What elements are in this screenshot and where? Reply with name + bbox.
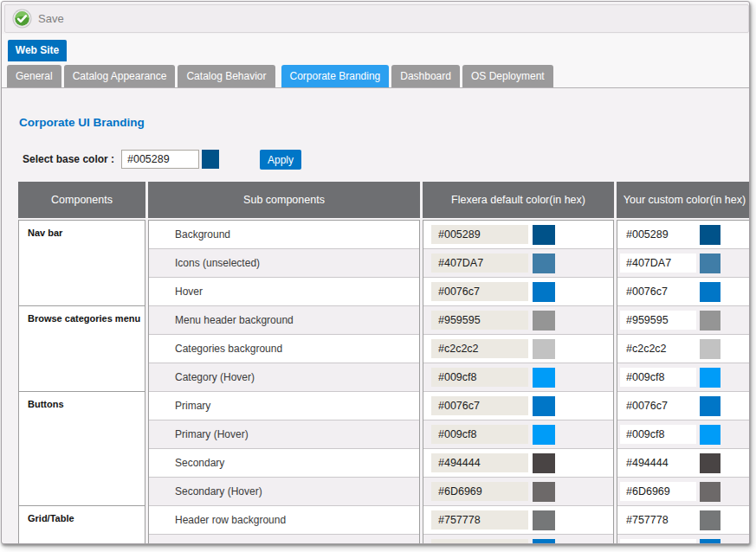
component-name: Browse categories menu (19, 306, 145, 324)
custom-color-swatch[interactable] (700, 396, 720, 416)
sub-components-column: Sub componentsBackgroundIcons (unselecte… (148, 182, 420, 544)
custom-hex-input[interactable] (620, 396, 696, 415)
custom-color-row (617, 278, 750, 306)
tab-os-deployment[interactable]: OS Deployment (462, 65, 553, 87)
base-color-label: Select base color : (23, 153, 114, 165)
save-check-icon (12, 9, 32, 29)
default-color-swatch (533, 368, 555, 388)
default-color-row (423, 535, 613, 544)
component-group-cell: Nav bar (19, 221, 145, 306)
default-color-row (423, 478, 613, 506)
default-color-swatch (533, 396, 555, 416)
component-group-cell: Buttons (19, 392, 145, 506)
default-hex-input (431, 453, 528, 472)
default-color-swatch (533, 282, 555, 302)
tab-catalog-appearance[interactable]: Catalog Appearance (64, 65, 176, 87)
base-color-row: Select base color : Apply (23, 149, 114, 170)
default-color-swatch (533, 425, 555, 445)
tab-strip: GeneralCatalog AppearanceCatalog Behavio… (7, 65, 553, 87)
custom-hex-input[interactable] (620, 282, 696, 301)
default-color-row (423, 392, 613, 420)
tab-web-site[interactable]: Web Site (8, 40, 67, 61)
custom-hex-input[interactable] (620, 482, 696, 501)
custom-color-swatch[interactable] (700, 368, 720, 388)
default-color-row (423, 335, 613, 363)
default-hex-input (431, 254, 528, 273)
component-name: Buttons (19, 392, 145, 409)
sub-component-label: Icons (unselected) (149, 257, 260, 269)
custom-color-swatch[interactable] (700, 539, 720, 545)
save-button-label: Save (38, 12, 64, 25)
custom-color-swatch[interactable] (700, 225, 720, 245)
custom-color-swatch[interactable] (700, 425, 720, 445)
page-title: Corporate UI Branding (19, 116, 145, 129)
custom-color-row (617, 363, 750, 392)
custom-hex-input[interactable] (620, 425, 696, 444)
branding-table: ComponentsNav barBrowse categories menuB… (18, 182, 750, 544)
default-hex-input (431, 225, 528, 244)
default-color-swatch (533, 539, 555, 545)
custom-color-swatch[interactable] (700, 453, 720, 473)
custom-hex-input[interactable] (620, 539, 696, 544)
apply-button[interactable]: Apply (260, 150, 301, 170)
custom-color-row (617, 335, 750, 363)
default-color-row (423, 506, 613, 535)
tab-dashboard[interactable]: Dashboard (391, 65, 460, 87)
custom-color-swatch[interactable] (700, 482, 720, 502)
tab-general[interactable]: General (7, 65, 61, 87)
tab-catalog-behavior[interactable]: Catalog Behavior (178, 65, 275, 87)
custom-hex-input[interactable] (620, 311, 696, 330)
components-column: ComponentsNav barBrowse categories menuB… (18, 182, 145, 544)
custom-hex-input[interactable] (620, 225, 696, 244)
sub-component-row: Categories background (149, 335, 419, 363)
custom-color-row (617, 392, 750, 420)
tab-strip-divider (2, 87, 749, 88)
custom-color-row (617, 506, 750, 535)
custom-hex-input[interactable] (620, 339, 696, 358)
sub-component-row: Secondary (Hover) (149, 478, 419, 506)
column-header: Flexera default color(in hex) (423, 182, 614, 218)
default-color-row (423, 249, 613, 278)
custom-color-swatch[interactable] (700, 254, 720, 273)
base-color-swatch[interactable] (202, 150, 219, 169)
custom-color-swatch[interactable] (700, 311, 720, 331)
custom-hex-input[interactable] (620, 453, 696, 472)
custom-color-row (617, 249, 750, 278)
default-color-row (423, 420, 613, 449)
column-header: Your custom color(in hex) (617, 182, 750, 218)
sub-component-row: Header row background (149, 506, 419, 535)
sub-component-row: Category (Hover) (149, 363, 419, 392)
default-hex-input (431, 339, 528, 358)
custom-color-row (617, 221, 750, 249)
default-color-swatch (533, 339, 555, 359)
sub-component-row: Icons (unselected) (149, 249, 419, 278)
sub-component-label: Background (149, 228, 230, 241)
sub-component-label: Row alternate background (149, 542, 296, 544)
default-color-row (423, 221, 613, 249)
default-hex-input (431, 396, 528, 415)
toolbar: Save (4, 4, 749, 33)
custom-color-swatch[interactable] (700, 510, 720, 530)
column-header: Sub components (148, 182, 420, 218)
custom-color-swatch[interactable] (700, 282, 720, 302)
default-color-swatch (533, 311, 555, 331)
default-color-swatch (533, 482, 555, 502)
sub-component-row: Row alternate background (149, 535, 419, 544)
default-hex-input (431, 282, 528, 301)
default-hex-input (431, 539, 528, 544)
default-hex-input (431, 510, 528, 530)
custom-hex-input[interactable] (620, 510, 696, 530)
base-color-input[interactable] (121, 150, 199, 169)
default-color-column: Flexera default color(in hex) (423, 182, 614, 544)
tab-corporate-branding[interactable]: Corporate Branding (281, 65, 390, 87)
default-hex-input (431, 425, 528, 444)
component-name: Grid/Table (19, 506, 145, 523)
sub-component-label: Secondary (149, 457, 224, 469)
sub-component-row: Secondary (149, 449, 419, 478)
default-color-row (423, 278, 613, 306)
custom-hex-input[interactable] (620, 368, 696, 387)
save-button[interactable]: Save (12, 9, 64, 29)
custom-hex-input[interactable] (620, 254, 696, 273)
custom-color-swatch[interactable] (700, 339, 720, 359)
default-color-swatch (533, 225, 555, 245)
